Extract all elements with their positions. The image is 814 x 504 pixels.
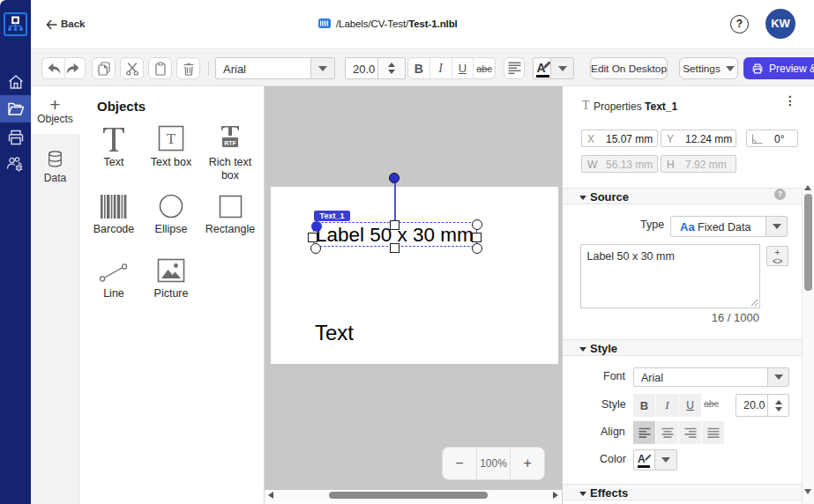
svg-text:T: T [167, 130, 176, 147]
svg-text:RTF: RTF [224, 140, 236, 146]
